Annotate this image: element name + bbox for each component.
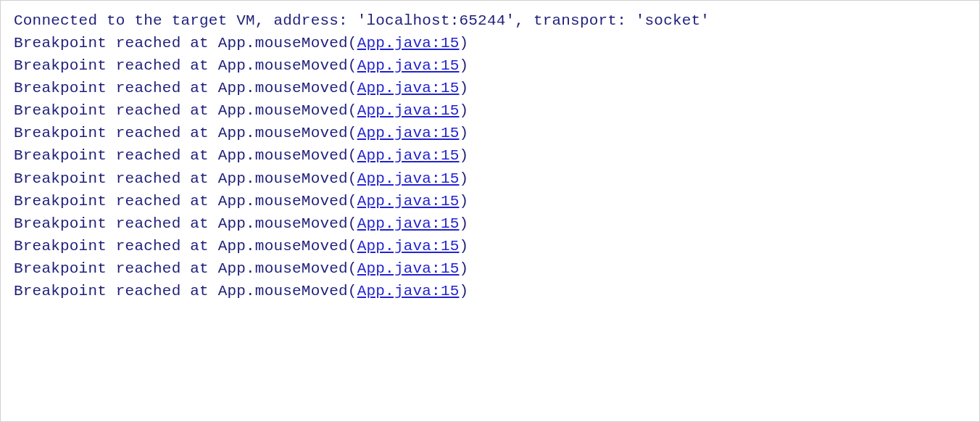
breakpoint-prefix: Breakpoint reached at App.mouseMoved( — [14, 238, 357, 255]
breakpoint-line: Breakpoint reached at App.mouseMoved(App… — [14, 99, 966, 122]
source-file-link[interactable]: App.java:15 — [357, 57, 460, 74]
source-file-link[interactable]: App.java:15 — [357, 193, 460, 210]
breakpoint-line: Breakpoint reached at App.mouseMoved(App… — [14, 212, 966, 235]
breakpoint-prefix: Breakpoint reached at App.mouseMoved( — [14, 125, 357, 141]
debug-console-panel: Connected to the target VM, address: 'lo… — [0, 0, 980, 422]
source-file-link[interactable]: App.java:15 — [357, 238, 460, 255]
console-connection-line: Connected to the target VM, address: 'lo… — [14, 9, 966, 32]
breakpoint-suffix: ) — [460, 260, 469, 277]
breakpoint-suffix: ) — [460, 193, 469, 210]
breakpoint-prefix: Breakpoint reached at App.mouseMoved( — [14, 35, 357, 51]
source-file-link[interactable]: App.java:15 — [357, 35, 460, 51]
breakpoint-suffix: ) — [460, 102, 469, 119]
breakpoint-suffix: ) — [460, 35, 469, 51]
breakpoint-line: Breakpoint reached at App.mouseMoved(App… — [14, 77, 966, 99]
breakpoint-lines-container: Breakpoint reached at App.mouseMoved(App… — [14, 32, 966, 302]
breakpoint-prefix: Breakpoint reached at App.mouseMoved( — [14, 170, 357, 187]
breakpoint-suffix: ) — [460, 215, 469, 232]
breakpoint-prefix: Breakpoint reached at App.mouseMoved( — [14, 193, 357, 210]
breakpoint-prefix: Breakpoint reached at App.mouseMoved( — [14, 147, 357, 164]
source-file-link[interactable]: App.java:15 — [357, 147, 460, 164]
breakpoint-line: Breakpoint reached at App.mouseMoved(App… — [14, 280, 966, 302]
breakpoint-suffix: ) — [460, 170, 469, 187]
breakpoint-prefix: Breakpoint reached at App.mouseMoved( — [14, 215, 357, 232]
breakpoint-prefix: Breakpoint reached at App.mouseMoved( — [14, 57, 357, 74]
breakpoint-suffix: ) — [460, 57, 469, 74]
breakpoint-suffix: ) — [460, 238, 469, 255]
breakpoint-line: Breakpoint reached at App.mouseMoved(App… — [14, 54, 966, 77]
source-file-link[interactable]: App.java:15 — [357, 170, 460, 187]
breakpoint-line: Breakpoint reached at App.mouseMoved(App… — [14, 257, 966, 280]
source-file-link[interactable]: App.java:15 — [357, 260, 460, 277]
source-file-link[interactable]: App.java:15 — [357, 102, 460, 119]
breakpoint-suffix: ) — [460, 80, 469, 96]
source-file-link[interactable]: App.java:15 — [357, 125, 460, 141]
breakpoint-prefix: Breakpoint reached at App.mouseMoved( — [14, 102, 357, 119]
breakpoint-line: Breakpoint reached at App.mouseMoved(App… — [14, 167, 966, 190]
breakpoint-line: Breakpoint reached at App.mouseMoved(App… — [14, 144, 966, 167]
breakpoint-line: Breakpoint reached at App.mouseMoved(App… — [14, 32, 966, 54]
breakpoint-prefix: Breakpoint reached at App.mouseMoved( — [14, 260, 357, 277]
breakpoint-suffix: ) — [460, 125, 469, 141]
breakpoint-line: Breakpoint reached at App.mouseMoved(App… — [14, 122, 966, 144]
breakpoint-prefix: Breakpoint reached at App.mouseMoved( — [14, 80, 357, 96]
breakpoint-line: Breakpoint reached at App.mouseMoved(App… — [14, 190, 966, 212]
breakpoint-prefix: Breakpoint reached at App.mouseMoved( — [14, 283, 357, 299]
breakpoint-suffix: ) — [460, 283, 469, 299]
source-file-link[interactable]: App.java:15 — [357, 283, 460, 299]
breakpoint-line: Breakpoint reached at App.mouseMoved(App… — [14, 235, 966, 257]
breakpoint-suffix: ) — [460, 147, 469, 164]
source-file-link[interactable]: App.java:15 — [357, 215, 460, 232]
source-file-link[interactable]: App.java:15 — [357, 80, 460, 96]
